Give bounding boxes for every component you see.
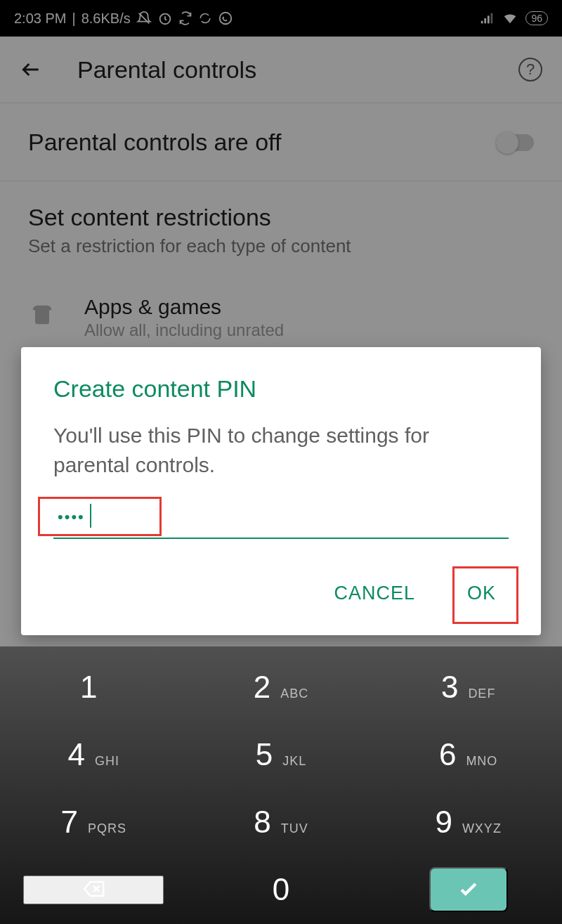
key-letters: PQRS xyxy=(88,821,126,836)
key-digit: 6 xyxy=(439,737,456,772)
keypad-key-0[interactable]: 0 xyxy=(211,872,351,907)
key-letters: GHI xyxy=(95,754,119,769)
keypad-key-5[interactable]: 5JKL xyxy=(211,737,351,772)
keypad-key-4[interactable]: 4GHI xyxy=(23,737,164,772)
key-digit: 8 xyxy=(254,805,270,840)
text-caret xyxy=(90,504,91,528)
keypad-key-7[interactable]: 7PQRS xyxy=(23,805,164,840)
keypad-key-3[interactable]: 3DEF xyxy=(398,670,539,705)
dialog-title: Create content PIN xyxy=(53,375,509,403)
keypad-row-1: 1 2ABC 3DEF xyxy=(0,653,562,721)
key-letters: DEF xyxy=(468,687,495,701)
ok-button[interactable]: OK xyxy=(452,570,511,617)
numeric-keypad: 1 2ABC 3DEF 4GHI 5JKL 6MNO 7PQRS 8TUV 9W… xyxy=(0,646,562,924)
dialog-actions: CANCEL OK xyxy=(318,570,511,617)
pin-field-wrap: •••• xyxy=(53,502,509,539)
check-icon xyxy=(457,877,481,903)
key-letters: JKL xyxy=(282,754,306,769)
keypad-row-3: 7PQRS 8TUV 9WXYZ xyxy=(0,788,562,856)
key-digit: 7 xyxy=(61,805,78,840)
key-digit: 4 xyxy=(68,737,85,772)
key-digit: 0 xyxy=(273,872,289,907)
key-letters: ABC xyxy=(280,687,308,701)
keypad-confirm[interactable] xyxy=(429,867,508,912)
keypad-key-6[interactable]: 6MNO xyxy=(398,737,539,772)
key-letters: TUV xyxy=(281,821,308,836)
keypad-confirm-wrap xyxy=(398,867,539,912)
keypad-row-4: 0 xyxy=(0,856,562,923)
keypad-key-8[interactable]: 8TUV xyxy=(211,805,351,840)
dialog-body: You'll use this PIN to change settings f… xyxy=(53,421,509,480)
keypad-key-1[interactable]: 1 xyxy=(23,670,164,705)
keypad-row-2: 4GHI 5JKL 6MNO xyxy=(0,721,562,788)
key-digit: 5 xyxy=(256,737,273,772)
key-digit: 2 xyxy=(254,670,270,705)
backspace-icon xyxy=(78,877,109,903)
keypad-key-2[interactable]: 2ABC xyxy=(211,670,351,705)
create-pin-dialog: Create content PIN You'll use this PIN t… xyxy=(21,347,541,635)
key-letters: WXYZ xyxy=(462,821,502,836)
key-digit: 3 xyxy=(441,670,458,705)
key-digit: 1 xyxy=(80,670,97,705)
pin-input[interactable] xyxy=(53,502,509,539)
keypad-key-9[interactable]: 9WXYZ xyxy=(398,805,539,840)
cancel-button[interactable]: CANCEL xyxy=(318,570,431,617)
keypad-backspace[interactable] xyxy=(23,876,164,904)
key-digit: 9 xyxy=(435,805,452,840)
key-letters: MNO xyxy=(466,754,497,769)
